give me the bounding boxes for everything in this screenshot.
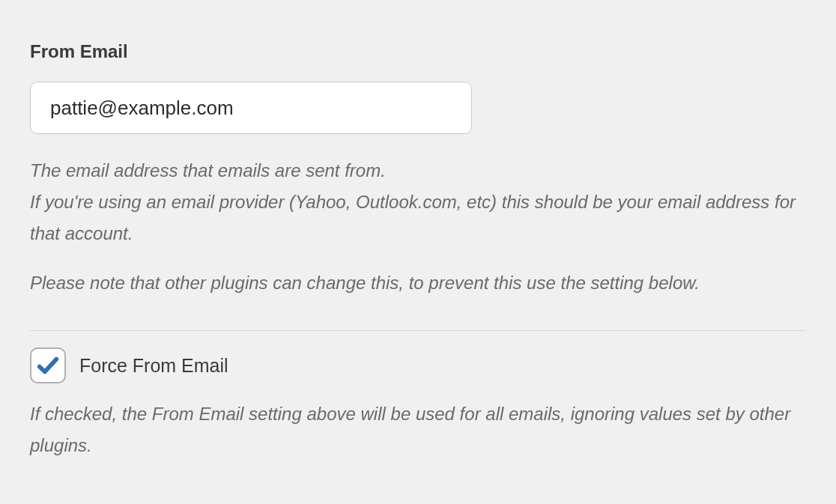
section-divider: [30, 330, 806, 331]
from-email-section: From Email The email address that emails…: [30, 41, 806, 299]
force-from-email-checkbox[interactable]: [30, 347, 66, 383]
from-email-heading: From Email: [30, 41, 806, 62]
from-email-desc-line3: Please note that other plugins can chang…: [30, 267, 806, 299]
from-email-desc-line2: If you're using an email provider (Yahoo…: [30, 186, 806, 249]
from-email-description: The email address that emails are sent f…: [30, 155, 806, 299]
force-from-email-description: If checked, the From Email setting above…: [30, 398, 806, 461]
from-email-desc-line1: The email address that emails are sent f…: [30, 155, 806, 186]
force-from-email-section: Force From Email If checked, the From Em…: [30, 347, 806, 461]
force-from-email-label[interactable]: Force From Email: [79, 355, 228, 377]
from-email-input[interactable]: [30, 82, 472, 134]
force-from-email-row: Force From Email: [30, 347, 806, 383]
checkmark-icon: [35, 353, 61, 378]
